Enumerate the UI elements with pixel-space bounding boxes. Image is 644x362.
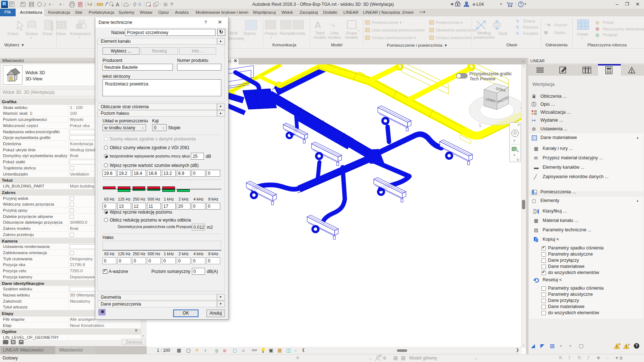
svg-text:A: A <box>116 2 119 7</box>
svg-text:?: ? <box>520 3 522 7</box>
svg-text:Z: Z <box>478 123 482 129</box>
svg-text:x: x <box>628 343 630 346</box>
